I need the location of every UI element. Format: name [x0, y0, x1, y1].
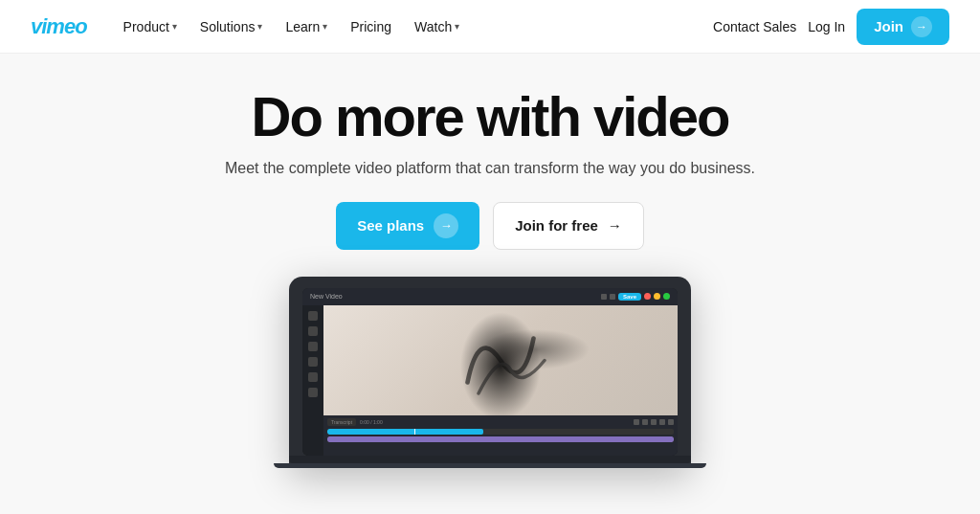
nav-right: Contact Sales Log In Join →: [713, 9, 949, 45]
editor-sidebar: [302, 305, 323, 456]
link-icon: [610, 294, 615, 300]
sidebar-icon-1: [308, 311, 318, 321]
laptop-base: [289, 456, 691, 463]
chevron-down-icon: ▾: [455, 21, 459, 32]
nav-learn[interactable]: Learn ▾: [276, 13, 337, 40]
join-arrow-icon: →: [911, 16, 932, 37]
nav-pricing[interactable]: Pricing: [341, 13, 401, 40]
chevron-down-icon: ▾: [323, 21, 327, 32]
timeline-label: Transcript: [327, 418, 356, 426]
save-button[interactable]: Save: [618, 293, 641, 301]
navbar: vimeo Product ▾ Solutions ▾ Learn ▾ Pric…: [0, 0, 980, 54]
laptop-body: New Video Save: [289, 277, 691, 468]
log-in-link[interactable]: Log In: [808, 19, 845, 34]
timeline-track-2: [327, 436, 674, 442]
maximize-dot: [663, 293, 670, 300]
laptop-foot: [274, 463, 706, 468]
laptop-mockup: New Video Save: [0, 277, 980, 468]
tl-icon-1: [634, 419, 639, 425]
tl-icon-5: [668, 419, 674, 425]
close-dot: [644, 293, 651, 300]
hero-buttons: See plans → Join for free →: [336, 202, 644, 250]
hero-section: Do more with video Meet the complete vid…: [0, 54, 980, 468]
join-free-arrow-icon: →: [608, 217, 622, 234]
hero-subtitle: Meet the complete video platform that ca…: [225, 160, 755, 177]
see-plans-arrow-icon: →: [434, 213, 458, 238]
screen-controls: Save: [601, 293, 670, 301]
timeline-icons: [634, 419, 674, 425]
contact-sales-link[interactable]: Contact Sales: [713, 19, 796, 34]
hero-title: Do more with video: [252, 88, 729, 146]
timeline-time: 0:00 / 1:00: [360, 419, 383, 425]
playhead: [414, 429, 415, 435]
minimize-dot: [654, 293, 660, 300]
screen-main: Transcript 0:00 / 1:00: [302, 305, 678, 456]
tl-icon-2: [642, 419, 648, 425]
screen-title: New Video: [310, 293, 343, 300]
tl-icon-3: [651, 419, 657, 425]
tl-icon-4: [659, 419, 665, 425]
timeline-area: Transcript 0:00 / 1:00: [323, 415, 678, 456]
sidebar-icon-6: [308, 388, 318, 397]
chevron-down-icon: ▾: [257, 21, 262, 32]
laptop-screen: New Video Save: [302, 288, 678, 456]
track-cyan: [327, 429, 483, 435]
sidebar-icon-5: [308, 372, 318, 382]
screen-content: Transcript 0:00 / 1:00: [323, 305, 678, 456]
refresh-icon: [601, 294, 607, 300]
nav-solutions[interactable]: Solutions ▾: [190, 13, 273, 40]
see-plans-button[interactable]: See plans →: [336, 202, 479, 250]
nav-product[interactable]: Product ▾: [114, 13, 187, 40]
sidebar-icon-2: [308, 326, 318, 336]
chevron-down-icon: ▾: [172, 21, 177, 32]
nav-watch[interactable]: Watch ▾: [405, 13, 469, 40]
track-purple: [327, 436, 674, 442]
sidebar-icon-4: [308, 357, 318, 367]
join-button[interactable]: Join →: [857, 9, 949, 45]
join-free-button[interactable]: Join for free →: [493, 202, 644, 250]
sidebar-icon-3: [308, 342, 318, 351]
nav-links: Product ▾ Solutions ▾ Learn ▾ Pricing Wa…: [114, 13, 713, 40]
video-squiggle: [323, 305, 678, 415]
timeline-track-1: [327, 429, 674, 435]
video-preview: [323, 305, 678, 415]
timeline-controls: Transcript 0:00 / 1:00: [327, 418, 674, 426]
screen-topbar: New Video Save: [302, 288, 678, 305]
vimeo-logo[interactable]: vimeo: [31, 14, 87, 39]
